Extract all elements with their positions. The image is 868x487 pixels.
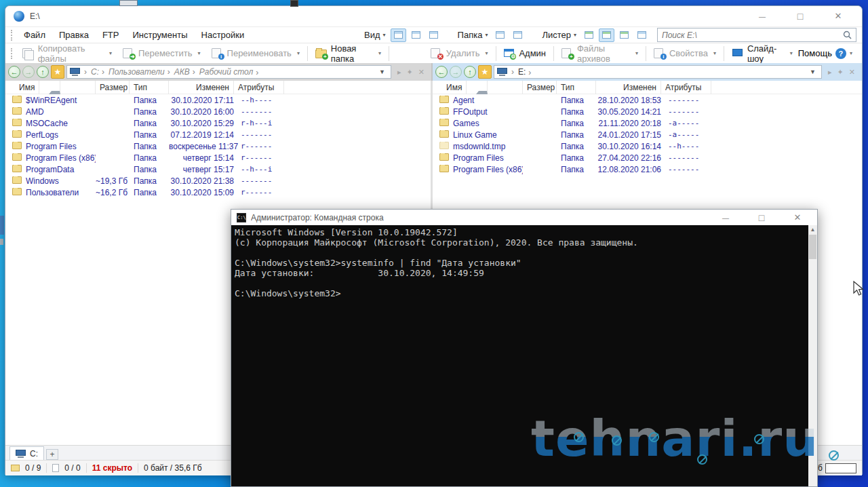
close-address-icon[interactable]: ✕	[418, 68, 425, 77]
scroll-up-icon[interactable]: ▲	[808, 225, 817, 234]
address-dropdown-icon[interactable]: ▼	[807, 69, 818, 75]
properties-button[interactable]: i Свойства▾	[648, 45, 722, 62]
admin-button[interactable]: ⚙ Админ	[498, 45, 551, 62]
rename-button[interactable]: i Переименовать▾	[206, 45, 305, 62]
console-line	[235, 278, 805, 288]
minimize-button[interactable]	[717, 212, 734, 223]
menu-item[interactable]: FTP	[96, 30, 126, 40]
folder-sync-icon[interactable]	[510, 28, 526, 42]
favorites-button[interactable]: ★	[478, 65, 492, 79]
console-output[interactable]: Microsoft Windows [Version 10.0.19042.57…	[231, 225, 808, 486]
copy-files-button[interactable]: Копировать файлы▾	[17, 45, 117, 62]
lister-preview-icon[interactable]	[634, 28, 650, 42]
new-tab-button[interactable]: +	[46, 449, 58, 460]
folder-icon	[12, 142, 22, 149]
move-button[interactable]: ➜ Переместить▾	[117, 45, 206, 62]
go-icon[interactable]: ▸	[828, 68, 832, 77]
close-address-icon[interactable]: ✕	[849, 68, 855, 77]
column-attributes[interactable]: Атрибуты	[661, 81, 711, 94]
column-modified[interactable]: Изменен	[169, 81, 234, 94]
column-attributes[interactable]: Атрибуты	[234, 81, 284, 94]
up-button[interactable]: ↑	[37, 66, 49, 78]
archive-files-button[interactable]: + Файлы архивов▾	[556, 45, 644, 62]
file-row[interactable]: msdownld.tmp Папка 30.10.2020 16:14 --h-…	[433, 140, 862, 152]
files-count: 0 / 0	[64, 463, 80, 473]
title-bar[interactable]: E:\	[5, 6, 862, 26]
lister-vertical-icon[interactable]	[599, 28, 614, 42]
file-row[interactable]: Games Папка 21.11.2020 20:18 -a-----	[433, 117, 862, 129]
slideshow-button[interactable]: Слайд-шоу▾	[726, 45, 798, 62]
file-row[interactable]: Linux Game Папка 24.01.2020 17:15 -a----…	[433, 129, 862, 140]
left-breadcrumb[interactable]: C:ПользователиАКВРабочий стол ▼	[66, 65, 391, 79]
menu-item[interactable]: Инструменты	[125, 30, 194, 40]
search-box[interactable]	[657, 28, 856, 42]
file-row[interactable]: Program Files Папка воскресенье 11:37 r-…	[5, 140, 431, 152]
file-row[interactable]: ProgramData Папка четверг 15:17 --h---i	[5, 163, 431, 175]
file-row[interactable]: MSOCache Папка 30.10.2020 15:29 r-h---i	[5, 117, 431, 129]
minimize-button[interactable]	[753, 11, 771, 22]
breadcrumb-item[interactable]: АКВ	[165, 67, 190, 77]
column-type[interactable]: Тип	[130, 81, 169, 94]
address-dropdown-icon[interactable]: ▼	[376, 69, 388, 75]
breadcrumb-item[interactable]: Рабочий стол	[190, 67, 254, 77]
breadcrumb-item[interactable]: C:	[81, 67, 99, 77]
refresh-icon[interactable]: ✦	[837, 68, 844, 77]
right-breadcrumb[interactable]: E: ▼	[494, 65, 822, 79]
file-row[interactable]: AMD Папка 30.10.2020 16:00 -------	[5, 106, 431, 117]
maximize-button[interactable]	[791, 11, 809, 22]
search-icon[interactable]	[843, 31, 852, 39]
scrollbar-thumb[interactable]	[809, 235, 816, 259]
folder-menu[interactable]: Папка	[452, 30, 491, 40]
lister-horizontal-icon[interactable]	[581, 28, 597, 42]
column-headers: Имя Размер Тип Изменен Атрибуты	[433, 81, 862, 94]
lister-menu[interactable]: Листер	[536, 30, 579, 40]
column-modified[interactable]: Изменен	[596, 81, 661, 94]
breadcrumb-item[interactable]: Пользователи	[99, 67, 165, 77]
column-size[interactable]: Размер	[96, 81, 130, 94]
column-type[interactable]: Тип	[557, 81, 596, 94]
forward-button[interactable]: →	[450, 66, 462, 78]
help-button[interactable]: Помощь ? ▾	[798, 48, 862, 59]
refresh-icon[interactable]: ✦	[407, 68, 413, 77]
favorites-button[interactable]: ★	[51, 65, 64, 79]
column-name[interactable]: Имя	[11, 81, 96, 94]
view-menu[interactable]: Вид	[359, 30, 389, 40]
file-row[interactable]: $WinREAgent Папка 30.10.2020 17:11 --h--…	[5, 94, 431, 106]
console-scrollbar[interactable]: ▲	[808, 225, 817, 486]
view-list-icon[interactable]	[408, 28, 424, 42]
folder-icon	[439, 153, 449, 161]
maximize-button[interactable]	[753, 212, 770, 223]
drive-tab[interactable]: C:	[9, 446, 44, 460]
menu-item[interactable]: Правка	[52, 30, 96, 40]
menu-item[interactable]: Файл	[17, 30, 52, 40]
go-icon[interactable]: ▸	[397, 68, 401, 77]
view-thumbnails-icon[interactable]	[426, 28, 441, 42]
view-details-icon[interactable]	[391, 28, 406, 42]
file-row[interactable]: Program Files (x86) Папка четверг 15:14 …	[5, 152, 431, 163]
folder-tree-icon[interactable]	[492, 28, 508, 42]
file-row[interactable]: PerfLogs Папка 07.12.2019 12:14 -------	[5, 129, 431, 140]
console-title-bar[interactable]: Администратор: Командная строка	[231, 210, 817, 225]
lister-list-icon[interactable]	[616, 28, 632, 42]
file-row[interactable]: Пользователи ~16,2 Гб Папка 30.10.2020 1…	[5, 187, 431, 198]
close-button[interactable]	[789, 212, 806, 223]
back-button[interactable]: ←	[435, 66, 448, 78]
back-button[interactable]: ←	[8, 66, 20, 78]
breadcrumb-item[interactable]: E:	[509, 67, 526, 77]
up-button[interactable]: ↑	[464, 66, 476, 78]
search-input[interactable]	[662, 31, 843, 40]
column-size[interactable]: Размер	[523, 81, 557, 94]
close-button[interactable]	[829, 11, 847, 22]
delete-button[interactable]: ✕ Удалить▾	[425, 45, 494, 62]
menu-item[interactable]: Настройки	[195, 30, 252, 40]
file-row[interactable]: Windows ~19,3 Гб Папка 30.10.2020 21:38 …	[5, 175, 431, 187]
folder-icon	[439, 96, 449, 103]
column-name[interactable]: Имя	[438, 81, 523, 94]
new-folder-button[interactable]: + Новая папка▾	[310, 45, 387, 62]
file-row[interactable]: FFOutput Папка 30.05.2020 14:21 -------	[433, 106, 862, 117]
forward-button[interactable]: →	[22, 66, 35, 78]
file-row[interactable]: Agent Папка 28.10.2020 18:53 -------	[433, 94, 862, 106]
copy-icon	[22, 48, 34, 58]
file-row[interactable]: Program Files (x86) Папка 12.08.2020 21:…	[433, 163, 862, 175]
file-row[interactable]: Program Files Папка 27.04.2020 22:16 ---…	[433, 152, 862, 163]
